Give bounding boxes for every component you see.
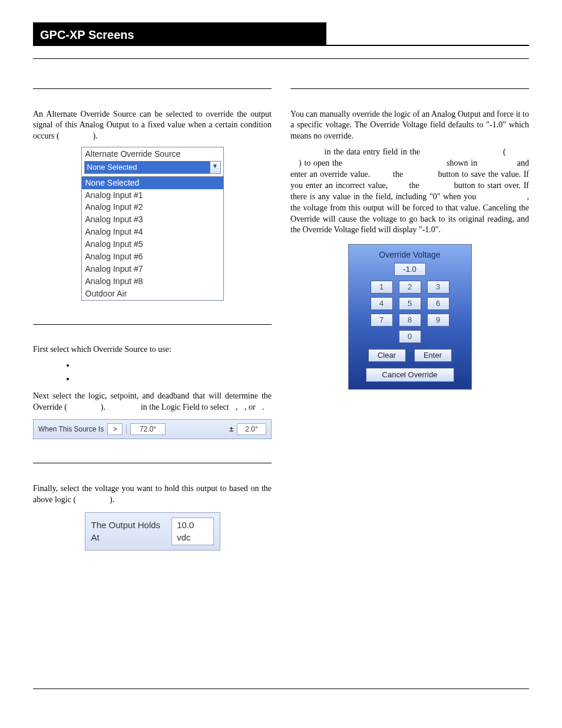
divider	[290, 88, 529, 89]
subhead-alt-override-source: Alternate Override Source	[33, 93, 272, 103]
fig35-display[interactable]: -1.0	[394, 263, 426, 276]
fig33-setpoint-field[interactable]: 72.0°	[130, 423, 166, 435]
op-gt: >	[240, 403, 244, 411]
keypad-key-0[interactable]: 0	[399, 330, 421, 343]
footer: GPC-XP Controller Technical Guide Prism …	[33, 695, 529, 706]
subhead-output-holds: Output Holds at Value	[33, 467, 272, 477]
text: ).	[101, 403, 108, 411]
text: ) to open the	[299, 159, 345, 167]
keypad-key-4[interactable]: 4	[371, 297, 393, 310]
fig35-keygrid: 1 2 3 4 5 6 7 8 9 0	[355, 281, 465, 343]
text: (	[500, 147, 505, 156]
fig32-option[interactable]: Analog Input #1	[82, 189, 223, 202]
fig33-caption: Figure 33: Override Logic	[33, 443, 272, 452]
text: the	[406, 181, 422, 190]
fig33-logic-bar: When This Source Is > 72.0° ± 2.0°	[33, 419, 272, 439]
keypad-key-5[interactable]: 5	[399, 297, 421, 310]
figref-34: Figure 34	[76, 495, 110, 504]
fig32-option[interactable]: Analog Input #5	[82, 238, 223, 251]
fig33-logic-field[interactable]: >	[107, 423, 123, 435]
right-column: Override Voltage You can manually overri…	[290, 88, 529, 564]
text: ).	[110, 495, 114, 504]
separator	[126, 424, 127, 434]
fig32-option[interactable]: Analog Input #2	[82, 201, 223, 213]
fig34-value-field[interactable]: 10.0 vdc	[171, 518, 213, 545]
figref-35: Figure 35	[480, 159, 514, 167]
header-band: GPC-XP Screens	[33, 22, 326, 45]
list-label: Alternate	[75, 374, 109, 383]
clear-button[interactable]: Clear	[368, 349, 406, 362]
fig35-keypad: Override Voltage -1.0 1 2 3 4 5 6 7	[348, 244, 472, 389]
fig32-option[interactable]: Analog Input #8	[82, 275, 223, 288]
divider	[33, 463, 272, 463]
para-override-logic: Next select the logic, setpoint, and dea…	[33, 391, 272, 413]
fig33-deadband-field[interactable]: 2.0°	[237, 423, 266, 435]
plus-minus-icon: ±	[229, 424, 233, 434]
text: ).	[93, 131, 98, 140]
cancel-override-button[interactable]: Cancel Override	[366, 368, 454, 382]
text: in the data entry field in the	[322, 147, 423, 156]
text: in the Logic Field to select	[138, 403, 231, 411]
chevron-down-icon[interactable]: ▼	[210, 162, 220, 173]
keypad-key-3[interactable]: 3	[427, 281, 449, 294]
figref-32: Figure 32	[59, 131, 93, 140]
text: ,	[236, 403, 240, 411]
op-eq: =	[257, 403, 262, 411]
keypad-key-9[interactable]: 9	[427, 314, 449, 327]
fig32-option[interactable]: Outdoor Air	[82, 288, 223, 300]
list-item: Alternate	[75, 374, 272, 385]
op-lt: <	[231, 403, 236, 411]
keypad-actions: Clear Enter	[355, 349, 465, 362]
fig32-selected-value: None Selected	[85, 162, 210, 173]
fig32-title: Alternate Override Source	[82, 147, 223, 161]
para-ov-intro: You can manually override the logic of a…	[290, 109, 529, 143]
para-alt-override: An Alternate Override Source can be sele…	[33, 109, 272, 143]
keypad-key-2[interactable]: 2	[399, 281, 421, 294]
fig33-label: When This Source Is	[38, 424, 104, 434]
fig32-option[interactable]: None Selected	[82, 177, 223, 189]
body-columns: Alternate Override Source An Alternate O…	[33, 88, 529, 564]
fig32-option[interactable]: Analog Input #6	[82, 251, 223, 263]
footer-rule	[33, 689, 529, 689]
para-output-holds: Finally, select the voltage you want to …	[33, 483, 272, 506]
fig32-option-list: None Selected Analog Input #1 Analog Inp…	[82, 176, 223, 300]
keypad-key-8[interactable]: 8	[399, 314, 421, 327]
fig32-caption: Figure 32: Alternate Override Source	[33, 304, 272, 314]
fig32-select[interactable]: None Selected ▼	[84, 161, 221, 174]
btn-name-enter: <Enter>	[406, 170, 435, 179]
fig34-output-holds: The Output Holds At 10.0 vdc	[85, 512, 220, 551]
fig35-title: Override Voltage	[355, 249, 465, 261]
fig34-caption: Figure 34: Output Holds at Value	[33, 554, 272, 564]
keypad-key-7[interactable]: 7	[371, 314, 393, 327]
action-click: click	[479, 192, 494, 201]
rule-section	[33, 58, 529, 59]
list-item: Main	[75, 360, 272, 371]
figref-33: Figure 33	[67, 403, 101, 411]
left-column: Alternate Override Source An Alternate O…	[33, 88, 272, 564]
text: .	[262, 403, 265, 411]
btn-name-clear: <Clear>	[422, 181, 451, 190]
text: Finally, select the voltage you want to …	[33, 484, 272, 504]
keypad-row: 0	[399, 330, 421, 343]
footer-right: Prism 2 Configuration	[455, 695, 529, 706]
subhead-override-source: Override Source	[33, 328, 272, 339]
page: GPC-XP Screens Analog Outputs Alternate …	[0, 0, 562, 728]
fig34-label: The Output Holds At	[91, 519, 166, 543]
footer-left: GPC-XP Controller Technical Guide	[33, 695, 154, 706]
override-source-list: Main Alternate	[75, 360, 272, 385]
section-title: Analog Outputs	[33, 64, 529, 78]
fig32-option[interactable]: Analog Input #3	[82, 213, 223, 226]
keypad-key-6[interactable]: 6	[427, 297, 449, 310]
fig35-caption: Figure 35: Override Voltage Dialog Box	[290, 393, 529, 403]
para-ov-steps: Left-click in the data entry field in th…	[290, 147, 529, 236]
field-name: Override Voltage Field	[423, 147, 501, 156]
subhead-override-voltage: Override Voltage	[290, 93, 529, 103]
action-leftclick: Left-click	[108, 403, 139, 411]
text: , or	[244, 403, 257, 411]
keypad-row: 1 2 3	[371, 281, 449, 294]
fig32-option[interactable]: Analog Input #7	[82, 263, 223, 275]
keypad-key-1[interactable]: 1	[371, 281, 393, 294]
fig32-option[interactable]: Analog Input #4	[82, 226, 223, 238]
enter-button[interactable]: Enter	[414, 349, 452, 362]
action-click: Click	[373, 170, 391, 179]
